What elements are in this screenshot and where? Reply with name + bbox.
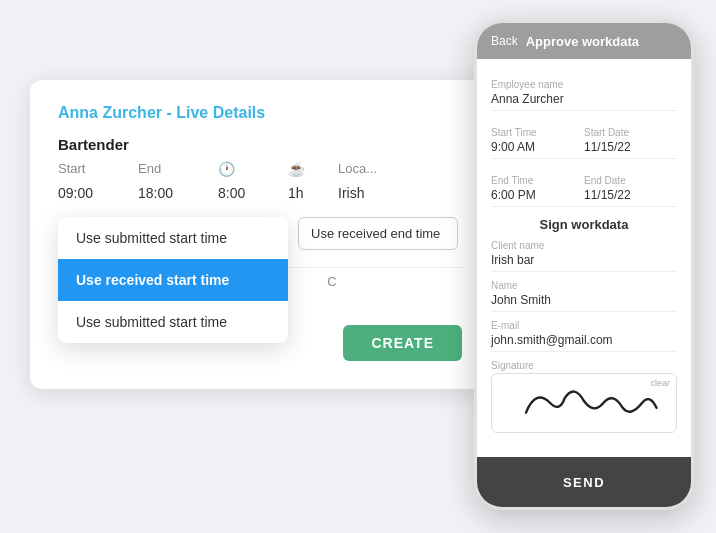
phone-mockup: Back Approve workdata Employee name Anna…	[474, 20, 694, 510]
col-end: End	[138, 161, 218, 177]
start-date-col: Start Date 11/15/22	[584, 119, 677, 159]
row-end: 18:00	[138, 185, 218, 201]
end-time-row: End Time 6:00 PM End Date 11/15/22	[491, 167, 677, 207]
phone-footer[interactable]: SEND	[477, 457, 691, 507]
end-date-col: End Date 11/15/22	[584, 167, 677, 207]
phone-back-button[interactable]: Back	[491, 34, 518, 48]
start-time-label: Start Time	[491, 127, 584, 138]
send-button[interactable]: SEND	[563, 475, 605, 490]
dropdown-item-2-selected[interactable]: Use received start time	[58, 259, 288, 301]
employee-name-label: Employee name	[491, 79, 677, 90]
dropdown-item-1[interactable]: Use submitted start time	[58, 217, 288, 259]
sign-workdata-header: Sign workdata	[491, 217, 677, 232]
row-duration: 8:00	[218, 185, 288, 201]
employee-name-value: Anna Zurcher	[491, 92, 677, 111]
start-time-col: Start Time 9:00 AM	[491, 119, 584, 159]
phone-status-bar: Back Approve workdata	[477, 23, 691, 59]
phone-screen-title: Approve workdata	[526, 34, 639, 49]
name-label: Name	[491, 280, 677, 291]
row-start: 09:00	[58, 185, 138, 201]
schedule-row: 09:00 18:00 8:00 1h Irish	[58, 185, 462, 201]
clock-icon: 🕐	[218, 161, 288, 177]
col-start: Start	[58, 161, 138, 177]
end-date-value: 11/15/22	[584, 188, 677, 207]
end-time-label: End Time	[491, 175, 584, 186]
start-date-label: Start Date	[584, 127, 677, 138]
create-button[interactable]: CREATE	[343, 325, 462, 361]
end-time-dropdown[interactable]: Use received end time	[298, 217, 458, 250]
dropdown-item-3[interactable]: Use submitted start time	[58, 301, 288, 343]
card-title: Anna Zurcher - Live Details	[58, 104, 462, 122]
row-location: Irish	[338, 185, 462, 201]
live-details-card: Anna Zurcher - Live Details Bartender St…	[30, 80, 490, 389]
name-value: John Smith	[491, 293, 677, 312]
signature-svg	[492, 374, 676, 432]
start-time-value: 9:00 AM	[491, 140, 584, 159]
end-dropdown-label: Use received end time	[311, 226, 440, 241]
end-time-value: 6:00 PM	[491, 188, 584, 207]
client-name-value: Irish bar	[491, 253, 677, 272]
sub-col-c: C	[327, 274, 462, 289]
email-value: john.smith@gmail.com	[491, 333, 677, 352]
dropdown-menu: Use submitted start time Use received st…	[58, 217, 288, 343]
col-location: Loca...	[338, 161, 462, 177]
signature-label: Signature	[491, 360, 677, 371]
end-date-label: End Date	[584, 175, 677, 186]
signature-area[interactable]: clear	[491, 373, 677, 433]
start-date-value: 11/15/22	[584, 140, 677, 159]
email-label: E-mail	[491, 320, 677, 331]
client-name-label: Client name	[491, 240, 677, 251]
row-break: 1h	[288, 185, 338, 201]
phone-body: Employee name Anna Zurcher Start Time 9:…	[477, 59, 691, 457]
end-time-col: End Time 6:00 PM	[491, 167, 584, 207]
time-row: Start Time 9:00 AM Start Date 11/15/22	[491, 119, 677, 159]
coffee-icon: ☕	[288, 161, 338, 177]
table-header: Start End 🕐 ☕ Loca...	[58, 161, 462, 181]
clear-link[interactable]: clear	[650, 378, 670, 388]
role-label: Bartender	[58, 136, 462, 153]
